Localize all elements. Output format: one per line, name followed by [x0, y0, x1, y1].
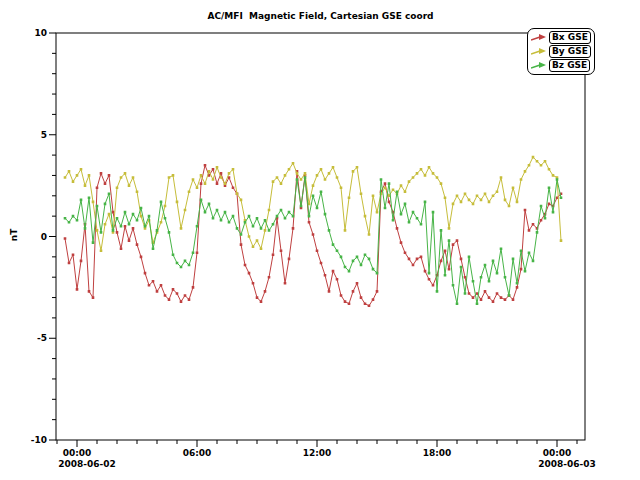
legend-line-marker-icon [531, 47, 547, 57]
y-tick-label: 5 [41, 130, 47, 140]
legend-line-marker-icon [531, 61, 547, 71]
legend-entry-bx: Bx GSE [531, 31, 591, 44]
x-tick-label: 00:00 [63, 448, 92, 458]
series-bz-markers [64, 176, 563, 305]
chart-canvas: AC/MFI Magnetic Field, Cartesian GSE coo… [0, 0, 640, 480]
x-tick-label: 06:00 [183, 448, 212, 458]
x-date-label: 2008-06-02 [58, 459, 116, 469]
x-tick-label: 12:00 [303, 448, 332, 458]
y-tick-label: 0 [41, 232, 47, 242]
series-by-line [65, 157, 561, 251]
legend-label-by: By GSE [549, 45, 591, 58]
legend-label-bx: Bx GSE [549, 31, 591, 44]
y-tick-label: 10 [34, 28, 47, 38]
legend-label-bz: Bz GSE [549, 59, 590, 72]
legend-entry-by: By GSE [531, 45, 591, 58]
x-tick-label: 18:00 [423, 448, 452, 458]
x-date-label: 2008-06-03 [538, 459, 596, 469]
legend: Bx GSEBy GSEBz GSE [527, 28, 595, 75]
y-tick-label: -5 [37, 333, 47, 343]
legend-line-marker-icon [531, 33, 547, 43]
y-tick-label: -10 [31, 435, 47, 445]
legend-entry-bz: Bz GSE [531, 59, 591, 72]
x-tick-label: 00:00 [543, 448, 572, 458]
